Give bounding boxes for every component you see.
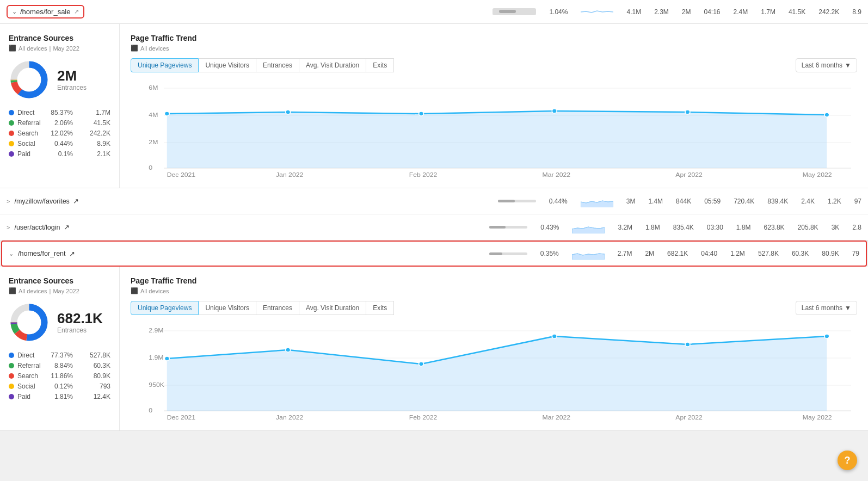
help-button[interactable]: ? xyxy=(838,451,857,470)
donut-section-1: 2M Entrances xyxy=(9,59,110,100)
last-months-btn-1[interactable]: Last 6 months ▼ xyxy=(796,58,857,72)
tab-unique-pageviews-2[interactable]: Unique Pageviews xyxy=(131,301,199,315)
referral-pct-2: 8.84% xyxy=(49,362,73,369)
tab-unique-pageviews-1[interactable]: Unique Pageviews xyxy=(131,58,199,72)
search-val-2: 80.9K xyxy=(76,372,110,380)
last-months-btn-2[interactable]: Last 6 months ▼ xyxy=(796,301,857,315)
login-m4: 03:30 xyxy=(707,224,723,231)
referral-val-1: 41.5K xyxy=(76,119,110,127)
donut-chart-2 xyxy=(9,302,50,343)
social-val-2: 793 xyxy=(76,383,110,390)
top-bar-row[interactable]: ⌄ /homes/for_sale ↗ 1.04% 4.1M 2.3M 2M 0… xyxy=(0,0,868,24)
source-item-direct-1: Direct 85.37% 1.7M xyxy=(9,109,110,116)
tt2-subtitle: ⬛ All devices xyxy=(131,287,857,294)
referral-name-2: Referral xyxy=(17,362,46,369)
trend-tabs-2: Unique Pageviews Unique Visitors Entranc… xyxy=(131,301,857,315)
chart-area-1: 6M 4M 2M 0 Dec 2021 Jan 2022 Feb 2022 Ma… xyxy=(131,80,857,178)
tt2-subtitle-text: All devices xyxy=(140,288,169,294)
tt1-subtitle: ⬛ All devices xyxy=(131,45,857,52)
tab-avg-visit-2[interactable]: Avg. Visit Duration xyxy=(299,301,366,315)
tab-unique-visitors-1[interactable]: Unique Visitors xyxy=(199,58,256,72)
chart-area-2: 2.9M 1.9M 950K 0 Dec 2021 Jan 2022 Feb 2… xyxy=(131,323,857,421)
login-m5: 1.8M xyxy=(736,224,751,231)
login-m2: 1.8M xyxy=(645,224,660,231)
tab-entrances-1[interactable]: Entrances xyxy=(256,58,299,72)
mid-path-login[interactable]: > /user/acct/login ↗ xyxy=(7,223,115,231)
referral-val-2: 60.3K xyxy=(76,362,110,369)
direct-name-1: Direct xyxy=(17,109,46,116)
es1-date: | xyxy=(50,45,51,52)
svg-point-55 xyxy=(685,342,690,347)
source-item-referral-1: Referral 2.06% 41.5K xyxy=(9,119,110,127)
es2-subtitle-text: All devices xyxy=(19,288,47,294)
mid-path-favorites[interactable]: > /myzillow/favorites ↗ xyxy=(7,197,115,205)
rent-m5: 1.2M xyxy=(730,250,745,257)
referral-dot-1 xyxy=(9,120,14,126)
m3: 2M xyxy=(682,8,691,16)
svg-point-21 xyxy=(164,112,169,116)
mid-path-rent[interactable]: ⌄ /homes/for_rent ↗ xyxy=(9,250,118,258)
chevron-favorites[interactable]: > xyxy=(7,198,10,205)
ext-link-icon[interactable]: ↗ xyxy=(74,8,79,15)
rent-m4: 04:40 xyxy=(701,250,717,257)
collapse-arrow[interactable]: ⌄ xyxy=(12,8,17,15)
help-icon: ? xyxy=(845,455,851,466)
referral-pct-1: 2.06% xyxy=(49,119,73,127)
mid-row-favorites[interactable]: > /myzillow/favorites ↗ 0.44% 3M 1.4M 84… xyxy=(0,188,868,214)
svg-text:Dec 2021: Dec 2021 xyxy=(167,171,195,178)
expanded-panel-2: Entrance Sources ⬛ All devices | May 202… xyxy=(0,267,868,431)
fav-m6: 839.4K xyxy=(767,198,788,205)
chart-svg-1: 6M 4M 2M 0 Dec 2021 Jan 2022 Feb 2022 Ma… xyxy=(131,80,857,178)
login-m6: 623.8K xyxy=(764,224,785,231)
svg-point-54 xyxy=(552,334,557,338)
m8: 242.2K xyxy=(818,8,839,16)
direct-val-2: 527.8K xyxy=(76,351,110,359)
tt2-title: Page Traffic Trend xyxy=(131,276,857,285)
tab-avg-visit-1[interactable]: Avg. Visit Duration xyxy=(299,58,366,72)
social-name-2: Social xyxy=(17,383,46,390)
mid-row-login[interactable]: > /user/acct/login ↗ 0.43% 3.2M 1.8M 835… xyxy=(0,214,868,240)
fav-m2: 1.4M xyxy=(648,198,663,205)
es1-total-label: Entrances xyxy=(57,84,87,91)
svg-text:Dec 2021: Dec 2021 xyxy=(167,414,195,421)
mid-path-text-favorites: /myzillow/favorites xyxy=(14,198,69,205)
ext-link-rent[interactable]: ↗ xyxy=(69,250,75,258)
paid-pct-2: 1.81% xyxy=(49,393,73,400)
paid-val-2: 12.4K xyxy=(76,393,110,400)
ext-link-login[interactable]: ↗ xyxy=(64,223,70,231)
svg-point-24 xyxy=(552,109,557,113)
es1-date-val: May 2022 xyxy=(53,45,79,52)
es2-sep: | xyxy=(50,288,51,294)
tab-exits-2[interactable]: Exits xyxy=(366,301,394,315)
source-item-social-1: Social 0.44% 8.9K xyxy=(9,140,110,147)
svg-text:2M: 2M xyxy=(149,139,158,145)
m5: 2.4M xyxy=(734,8,748,16)
svg-point-23 xyxy=(419,112,424,116)
m4: 04:16 xyxy=(704,8,721,16)
login-m7: 205.8K xyxy=(798,224,818,231)
tab-entrances-2[interactable]: Entrances xyxy=(256,301,299,315)
tab-exits-1[interactable]: Exits xyxy=(366,58,394,72)
dropdown-arrow-2: ▼ xyxy=(845,304,851,312)
source-list-1: Direct 85.37% 1.7M Referral 2.06% 41.5K … xyxy=(9,109,110,158)
source-item-referral-2: Referral 8.84% 60.3K xyxy=(9,362,110,369)
chevron-rent[interactable]: ⌄ xyxy=(9,250,14,257)
fav-pct: 0.44% xyxy=(549,198,568,205)
rent-m2: 2M xyxy=(645,250,654,257)
rent-pct: 0.35% xyxy=(540,250,559,257)
svg-text:1.9M: 1.9M xyxy=(149,354,163,361)
rent-m8: 80.9K xyxy=(822,250,839,257)
tab-unique-visitors-2[interactable]: Unique Visitors xyxy=(199,301,256,315)
svg-text:Feb 2022: Feb 2022 xyxy=(409,171,438,178)
source-item-social-2: Social 0.12% 793 xyxy=(9,383,110,390)
m7: 41.5K xyxy=(789,8,805,16)
search-name-2: Search xyxy=(17,372,46,380)
mid-metrics-login: 0.43% 3.2M 1.8M 835.4K 03:30 1.8M 623.8K… xyxy=(489,221,861,233)
chevron-login[interactable]: > xyxy=(7,224,10,231)
donut-label-2: 682.1K Entrances xyxy=(57,311,103,334)
svg-text:2.9M: 2.9M xyxy=(149,327,163,334)
top-path[interactable]: ⌄ /homes/for_sale ↗ xyxy=(7,5,84,18)
ext-link-favorites[interactable]: ↗ xyxy=(73,197,79,205)
direct-dot-1 xyxy=(9,110,14,115)
mid-row-rent[interactable]: ⌄ /homes/for_rent ↗ 0.35% 2.7M 2M 682.1K… xyxy=(1,240,867,267)
